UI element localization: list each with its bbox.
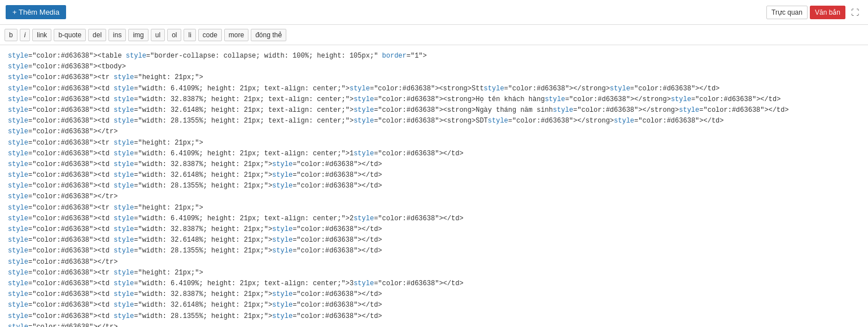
- code-button[interactable]: code: [198, 29, 222, 41]
- del-button[interactable]: del: [88, 29, 106, 41]
- tab-truc-quan[interactable]: Trực quan: [766, 6, 808, 19]
- code-line: style="color:#d63638"><td style="width: …: [8, 311, 860, 322]
- tab-van-ban[interactable]: Văn bản: [810, 6, 845, 19]
- code-line: style="color:#d63638"><td style="width: …: [8, 213, 860, 224]
- code-line: style="color:#d63638"></tr>: [8, 257, 860, 268]
- italic-button[interactable]: i: [20, 29, 30, 41]
- code-line: style="color:#d63638"><tr style="height:…: [8, 268, 860, 278]
- ol-button[interactable]: ol: [167, 29, 181, 41]
- view-tabs: Trực quan Văn bản ⛶: [766, 6, 862, 19]
- dong-the-button[interactable]: đóng thẻ: [251, 29, 286, 41]
- code-line: style="color:#d63638"><td style="width: …: [8, 300, 860, 311]
- code-line: style="color:#d63638"></tr>: [8, 322, 860, 327]
- code-line: style="color:#d63638"><td style="width: …: [8, 246, 860, 256]
- code-line: style="color:#d63638"><td style="width: …: [8, 105, 860, 116]
- code-line: style="color:#d63638"><td style="width: …: [8, 181, 860, 191]
- code-line: style="color:#d63638"><table style="bord…: [8, 51, 860, 62]
- code-line: style="color:#d63638"><td style="width: …: [8, 84, 860, 94]
- img-button[interactable]: img: [128, 29, 148, 41]
- code-line: style="color:#d63638"><tr style="height:…: [8, 72, 860, 83]
- link-button[interactable]: link: [32, 29, 51, 41]
- code-line: style="color:#d63638"><tr style="height:…: [8, 203, 860, 213]
- more-button[interactable]: more: [224, 29, 248, 41]
- code-line: style="color:#d63638"><td style="width: …: [8, 289, 860, 300]
- code-line: style="color:#d63638"><tr style="height:…: [8, 138, 860, 149]
- code-line: style="color:#d63638"><td style="width: …: [8, 170, 860, 181]
- code-line: style="color:#d63638"><td style="width: …: [8, 278, 860, 289]
- code-line: style="color:#d63638"></tr>: [8, 191, 860, 202]
- ul-button[interactable]: ul: [151, 29, 165, 41]
- code-line: style="color:#d63638"></tr>: [8, 127, 860, 137]
- code-line: style="color:#d63638"><td style="width: …: [8, 94, 860, 105]
- code-line: style="color:#d63638"><td style="width: …: [8, 149, 860, 159]
- format-toolbar: b i link b-quote del ins img ul ol li co…: [0, 25, 868, 45]
- bquote-button[interactable]: b-quote: [54, 29, 86, 41]
- code-line: style="color:#d63638"><td style="width: …: [8, 224, 860, 235]
- bold-button[interactable]: b: [5, 29, 18, 41]
- code-line: style="color:#d63638"><tbody>: [8, 62, 860, 72]
- code-line: style="color:#d63638"><td style="width: …: [8, 116, 860, 127]
- code-editor[interactable]: style="color:#d63638"><table style="bord…: [0, 45, 868, 327]
- code-line: style="color:#d63638"><td style="width: …: [8, 235, 860, 246]
- li-button[interactable]: li: [184, 29, 195, 41]
- them-media-button[interactable]: + Thêm Media: [6, 5, 66, 19]
- ins-button[interactable]: ins: [108, 29, 126, 41]
- code-line: style="color:#d63638"><td style="width: …: [8, 159, 860, 170]
- fullscreen-button[interactable]: ⛶: [848, 6, 862, 19]
- top-bar: + Thêm Media Trực quan Văn bản ⛶: [0, 0, 868, 25]
